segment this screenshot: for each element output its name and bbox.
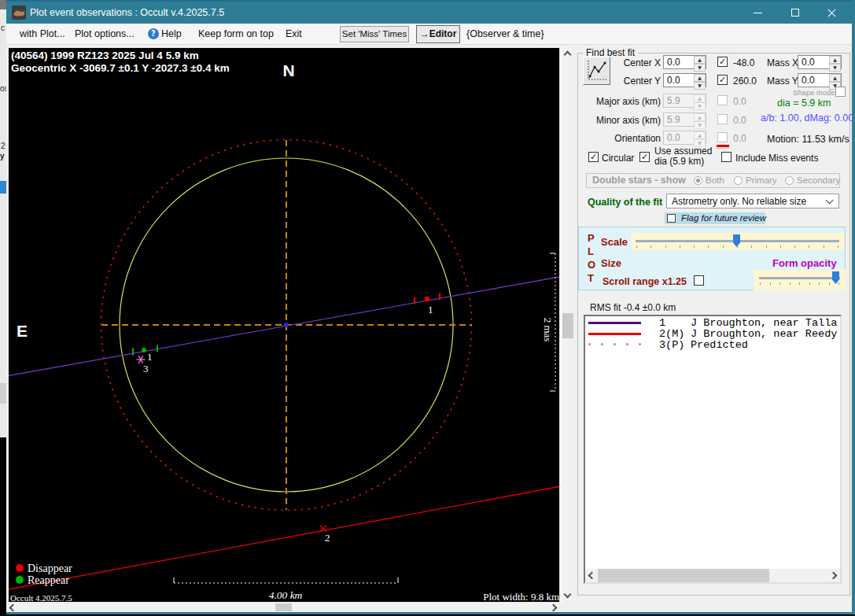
vertical-scrollbar-thumb[interactable] (562, 313, 573, 338)
double-stars-primary-label: Primary (746, 175, 777, 185)
include-miss-label: Include Miss events (735, 153, 818, 164)
quality-of-fit-combo[interactable]: Astrometry only. No reliable size (666, 194, 839, 208)
mass-x-spinner[interactable]: 0.0 ▲▼ (798, 55, 842, 69)
maximize-button[interactable] (782, 2, 809, 24)
flag-review-checkbox[interactable] (667, 214, 676, 223)
scroll-down-icon[interactable] (564, 591, 572, 599)
include-miss-checkbox[interactable] (721, 152, 732, 162)
background-fragment (0, 437, 6, 616)
mas-scale-label: 2 mas (542, 318, 554, 342)
menu-with-plot[interactable]: with Plot... (20, 24, 65, 44)
app-icon (12, 6, 26, 20)
background-fragment (0, 383, 6, 404)
spin-down-icon: ▼ (694, 102, 706, 110)
menu-keep-on-top[interactable]: Keep form on top (198, 24, 274, 44)
shape-model-checkbox[interactable] (835, 87, 846, 97)
spin-down-icon: ▼ (694, 121, 706, 129)
mass-x-label: Mass X (767, 57, 798, 68)
double-stars-secondary-radio (785, 176, 794, 185)
center-dot (284, 323, 289, 327)
chord1-line-swatch (588, 322, 641, 324)
help-icon[interactable]: ? (148, 28, 159, 39)
listbox-scroll-right-icon[interactable] (830, 572, 838, 580)
editor-button[interactable]: →Editor (416, 25, 460, 43)
observations-listbox[interactable]: 1 J Broughton, near Talla 2(M) J Brought… (584, 315, 842, 584)
center-x-label: Center X (573, 57, 661, 68)
center-x-offset: -48.0 (733, 57, 754, 68)
use-assumed-checkbox[interactable]: ✓ (639, 152, 650, 162)
plot-width-label: Plot width: 9.8 km (483, 591, 559, 602)
listbox-scroll-left-icon[interactable] (588, 572, 596, 580)
scroll-left-icon[interactable] (9, 604, 17, 612)
listbox-scrollbar[interactable] (585, 569, 840, 582)
legend-disappear-label: Disappear (28, 563, 72, 574)
spin-down-icon[interactable]: ▼ (694, 64, 706, 72)
list-item[interactable]: 2(M) J Broughton, near Reedy (585, 328, 840, 339)
control-panel: Find best fit Center X 0.0 ▲▼ ✓ -48.0 Ma… (573, 45, 852, 612)
plot-title-line2: Geocentric X -3069.7 ±0.1 Y -2027.3 ±0.4… (11, 62, 230, 74)
plot-letter-l: L (588, 245, 594, 257)
form-opacity-label[interactable]: Form opacity (772, 257, 837, 269)
set-miss-times-button[interactable]: Set 'Miss' Times (340, 26, 409, 42)
spin-down-icon[interactable]: ▼ (694, 82, 706, 90)
scale-label: Scale (601, 236, 628, 248)
scroll-up-icon[interactable] (564, 51, 572, 59)
major-axis-label: Major axis (km) (573, 96, 661, 107)
listbox-scrollbar-thumb[interactable] (598, 569, 769, 582)
circular-checkbox[interactable]: ✓ (588, 152, 599, 162)
content-area: (40564) 1999 RZ123 2025 Jul 4 5.9 km Geo… (6, 45, 852, 612)
center-y-spinner[interactable]: 0.0 ▲▼ (663, 73, 706, 87)
major-axis-checkbox (717, 95, 728, 105)
double-stars-secondary-label: Secondary (797, 175, 840, 185)
rms-fit-label: RMS fit -0.4 ±0.0 km (590, 302, 676, 313)
minor-axis-aux: 0.0 (733, 115, 746, 126)
orientation-checkbox (717, 132, 728, 142)
dia-label: dia = 5.9 km (777, 98, 831, 109)
spin-up-icon[interactable]: ▲ (694, 74, 706, 82)
minor-axis-checkbox (717, 114, 728, 124)
combo-chevron-icon (826, 197, 834, 205)
vertical-scrollbar[interactable] (561, 47, 573, 603)
orientation-label: Orientation (573, 133, 661, 144)
legend-disappear-dot (16, 564, 24, 572)
spin-up-icon[interactable]: ▲ (694, 56, 706, 64)
horizontal-scrollbar-thumb[interactable] (275, 603, 292, 611)
scale-bar (174, 577, 398, 583)
form-opacity-slider[interactable] (754, 270, 846, 290)
titlebar[interactable]: Plot event observations : Occult v.4.202… (6, 0, 855, 24)
window-title: Plot event observations : Occult v.4.202… (30, 2, 224, 24)
minor-axis-label: Minor axis (km) (573, 115, 661, 126)
minimize-button[interactable] (744, 2, 771, 24)
list-item[interactable]: 1 J Broughton, near Talla (585, 317, 840, 328)
center-y-checkbox[interactable]: ✓ (717, 75, 728, 85)
spin-up-icon: ▲ (694, 113, 706, 121)
observer-time-label: {Observer & time} (466, 24, 544, 44)
spin-up-icon[interactable]: ▲ (829, 56, 841, 64)
double-stars-both-label: Both (706, 175, 724, 185)
scale-slider[interactable] (631, 233, 844, 250)
legend-reappear-dot (16, 576, 24, 584)
major-axis-aux: 0.0 (733, 96, 746, 107)
background-fragment: c (1, 24, 5, 32)
menu-exit[interactable]: Exit (286, 24, 302, 44)
center-x-checkbox[interactable]: ✓ (717, 57, 728, 67)
occultation-plot: (40564) 1999 RZ123 2025 Jul 4 5.9 km Geo… (9, 48, 559, 602)
scroll-range-checkbox[interactable] (694, 275, 704, 286)
spin-up-icon: ▲ (694, 94, 706, 102)
menu-help[interactable]: Help (161, 24, 182, 44)
close-button[interactable] (818, 2, 845, 24)
spin-up-icon[interactable]: ▲ (829, 74, 841, 82)
predicted-label: 3 (143, 363, 149, 374)
scroll-right-icon[interactable] (550, 604, 558, 612)
scroll-range-label: Scroll range x1.25 (603, 276, 687, 287)
plot-title-line1: (40564) 1999 RZ123 2025 Jul 4 5.9 km (11, 50, 199, 61)
center-x-spinner[interactable]: 0.0 ▲▼ (663, 55, 706, 69)
mass-y-spinner[interactable]: 0.0 ▲▼ (798, 73, 842, 87)
menu-plot-options[interactable]: Plot options... (75, 24, 135, 44)
east-label: E (17, 322, 28, 340)
spin-down-icon[interactable]: ▼ (829, 64, 841, 72)
list-item[interactable]: 3(P) Predicted (585, 339, 840, 350)
horizontal-scrollbar[interactable] (6, 603, 560, 612)
plot-panel[interactable]: (40564) 1999 RZ123 2025 Jul 4 5.9 km Geo… (8, 47, 560, 603)
miss-label: 2 (325, 532, 330, 544)
